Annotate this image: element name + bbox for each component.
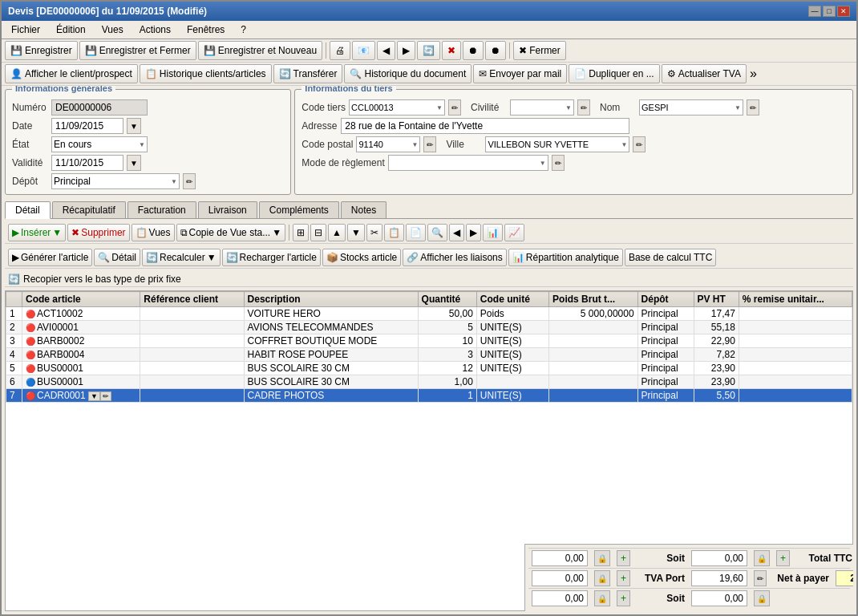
mode-reglement-edit-btn[interactable]: ✏ [552,155,565,171]
etat-combo[interactable]: En cours ▼ [51,136,148,152]
summary-lock-3[interactable]: 🔒 [594,590,610,606]
col-code-unite[interactable]: Code unité [476,292,548,307]
close-button[interactable]: ✕ [837,6,850,17]
summary-plus-2[interactable]: + [617,570,630,586]
table-row[interactable]: 5 🔴BUS00001 BUS SCOLAIRE 30 CM 12 UNITE(… [6,362,852,375]
table-row[interactable]: 2 🔴AVI00001 AVIONS TELECOMMANDES 5 UNITE… [6,321,852,334]
prev-button[interactable]: ◀ [377,41,395,60]
update-tva-button[interactable]: ⚙ Actualiser TVA [662,64,747,83]
col-ref-client[interactable]: Référence client [140,292,244,307]
move-down-btn[interactable]: ▼ [347,224,365,241]
table-row[interactable]: 6 🔵BUS00001 BUS SCOLAIRE 30 CM 1,00 Prin… [6,375,852,389]
tab-complements[interactable]: Compléments [259,201,339,218]
save-button[interactable]: 💾 Enregistrer [5,41,78,60]
cut-btn[interactable]: ✂ [366,224,382,241]
print-button[interactable]: 🖨 [330,41,350,60]
col-depot[interactable]: Dépôt [637,292,694,307]
code-tiers-combo[interactable]: CCL00013 ▼ [349,99,445,116]
summary-lock-s1[interactable]: 🔒 [754,550,770,566]
recalculer-button[interactable]: 🔄 Recalculer ▼ [142,249,221,266]
menu-fenetres[interactable]: Fenêtres [180,22,231,37]
recharger-button[interactable]: 🔄 Recharger l'article [222,249,321,266]
tab-livraison[interactable]: Livraison [198,201,257,218]
col-description[interactable]: Description [244,292,418,307]
cancel-button[interactable]: ✖ [442,41,461,60]
col-quantite[interactable]: Quantité [418,292,476,307]
tab-detail[interactable]: Détail [5,201,51,219]
col-remise[interactable]: % remise unitair... [739,292,852,307]
insert-button[interactable]: ▶ Insérer ▼ [8,224,66,241]
delete-button[interactable]: ✖ Supprimer [67,224,129,241]
summary-plus-3[interactable]: + [617,590,630,606]
export-btn[interactable]: 📊 [483,224,503,241]
repartition-button[interactable]: 📊 Répartition analytique [508,249,623,266]
maximize-button[interactable]: □ [823,6,836,17]
d-up-btn[interactable]: ⊞ [293,224,309,241]
detail-article-button[interactable]: 🔍 Détail [94,249,140,266]
show-client-button[interactable]: 👤 Afficher le client/prospect [5,64,138,83]
date-input[interactable] [51,118,123,134]
date-picker-btn[interactable]: ▼ [127,118,141,134]
col-poids[interactable]: Poids Brut t... [549,292,638,307]
summary-plus-1[interactable]: + [617,550,630,566]
save-close-button[interactable]: 💾 Enregistrer et Fermer [79,41,196,60]
chart-btn[interactable]: 📈 [504,224,524,241]
filter-next-btn[interactable]: ▶ [466,224,481,241]
copy-view-button[interactable]: ⧉ Copie de Vue sta... ▼ [176,224,286,241]
tab-notes[interactable]: Notes [341,201,387,218]
email-preview-button[interactable]: 📧 [352,41,375,60]
refresh-button[interactable]: 🔄 [417,41,440,60]
col-code-article[interactable]: Code article [22,292,140,307]
paste-btn[interactable]: 📄 [406,224,426,241]
civilite-combo[interactable]: ▼ [510,99,574,116]
search-btn[interactable]: 🔍 [427,224,447,241]
summary-lock-1[interactable]: 🔒 [594,550,610,566]
code-postal-combo[interactable]: 91140 ▼ [356,136,420,152]
copy-btn[interactable]: 📋 [384,224,404,241]
transfer-button[interactable]: 🔄 Transférer [273,64,343,83]
summary-plus-s1[interactable]: + [776,550,790,566]
ville-combo[interactable]: VILLEBON SUR YVETTE ▼ [485,136,629,152]
ville-edit-btn[interactable]: ✏ [633,136,646,152]
mode-reglement-combo[interactable]: ▼ [388,155,548,171]
doc-history-button[interactable]: 🔍 Historique du document [344,64,471,83]
nom-edit-btn[interactable]: ✏ [747,99,759,116]
menu-actions[interactable]: Actions [133,22,177,37]
expand-toolbar-btn[interactable]: » [750,67,757,81]
table-row[interactable]: 3 🔴BARB0002 COFFRET BOUTIQUE MODE 10 UNI… [6,334,852,348]
code-postal-edit-btn[interactable]: ✏ [423,136,436,152]
summary-lock-s3[interactable]: 🔒 [754,590,770,606]
liaisons-button[interactable]: 🔗 Afficher les liaisons [403,249,507,266]
depot-edit-btn[interactable]: ✏ [183,173,196,189]
menu-help[interactable]: ? [234,22,253,37]
validite-input[interactable] [51,155,123,171]
record1-button[interactable]: ⏺ [463,41,484,60]
tab-recapitulatif[interactable]: Récapitulatif [52,201,126,218]
col-pvht[interactable]: PV HT [694,292,739,307]
record2-button[interactable]: ⏺ [485,41,506,60]
nom-combo[interactable]: GESPI ▼ [639,99,743,116]
code-edit-btn[interactable]: ▼ [88,391,100,401]
menu-vues[interactable]: Vues [95,22,130,37]
table-row[interactable]: 1 🔴ACT10002 VOITURE HERO 50,00 Poids 5 0… [6,307,852,321]
tab-facturation[interactable]: Facturation [127,201,196,218]
menu-edition[interactable]: Édition [50,22,92,37]
minimize-button[interactable]: — [808,6,821,17]
views-button[interactable]: 📋 Vues [132,224,175,241]
code-tiers-edit-btn[interactable]: ✏ [448,99,461,116]
history-button[interactable]: 📋 Historique clients/articles [140,64,272,83]
civilite-edit-btn[interactable]: ✏ [577,99,590,116]
table-row[interactable]: 4 🔴BARB0004 HABIT ROSE POUPEE 3 UNITE(S)… [6,348,852,362]
depot-combo[interactable]: Principal ▼ [51,173,180,189]
generer-article-button[interactable]: ▶ Générer l'article [8,249,92,266]
menu-fichier[interactable]: Fichier [5,22,47,37]
next-button[interactable]: ▶ [397,41,415,60]
send-mail-button[interactable]: ✉ Envoyer par mail [473,64,567,83]
close-main-button[interactable]: ✖ Fermer [513,41,566,60]
code-pencil-btn[interactable]: ✏ [100,391,111,401]
d-grid-btn[interactable]: ⊟ [310,224,326,241]
stocks-button[interactable]: 📦 Stocks article [322,249,401,266]
filter-prev-btn[interactable]: ◀ [449,224,464,241]
move-up-btn[interactable]: ▲ [328,224,346,241]
summary-lock-2[interactable]: 🔒 [594,570,610,586]
